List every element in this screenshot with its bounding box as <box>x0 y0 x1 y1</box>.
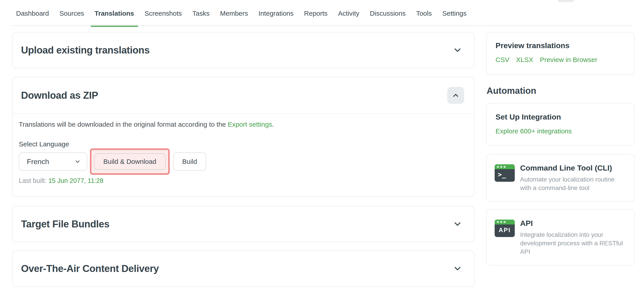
last-built-date: 15 Jun 2077, 11:28 <box>48 177 103 184</box>
right-sidebar: Preview translations CSV XLSX Preview in… <box>486 32 634 265</box>
terminal-dot <box>497 166 499 168</box>
bundles-card-title: Target File Bundles <box>21 218 110 230</box>
cli-promo-card[interactable]: >_ Command Line Tool (CLI) Automate your… <box>486 154 634 202</box>
tab-tools[interactable]: Tools <box>416 0 432 27</box>
download-card-title: Download as ZIP <box>21 90 98 101</box>
api-icon-dot <box>500 221 502 223</box>
tab-settings[interactable]: Settings <box>442 0 466 27</box>
select-language-label: Select Language <box>19 140 466 148</box>
preview-translations-card: Preview translations CSV XLSX Preview in… <box>486 32 634 75</box>
explore-integrations-link[interactable]: Explore 600+ integrations <box>496 127 572 135</box>
download-description: Translations will be downloaded in the o… <box>19 120 466 129</box>
ota-card-title: Over-The-Air Content Delivery <box>21 263 159 274</box>
api-window-icon: API <box>495 220 515 237</box>
tab-activity[interactable]: Activity <box>338 0 359 27</box>
automation-heading: Automation <box>486 86 634 96</box>
nav-bottom-divider <box>11 25 633 26</box>
tab-translations[interactable]: Translations <box>94 0 134 27</box>
ota-content-delivery-card[interactable]: Over-The-Air Content Delivery <box>12 250 474 287</box>
integration-link-row: Explore 600+ integrations <box>496 127 625 135</box>
download-card-header: Download as ZIP <box>12 77 474 114</box>
preview-in-browser-link[interactable]: Preview in Browser <box>540 56 597 64</box>
chevron-down-icon <box>452 45 462 55</box>
cli-description: Automate your localization routine with … <box>520 175 626 192</box>
main-column: Upload existing translations Download as… <box>12 32 474 287</box>
chevron-down-icon <box>452 219 462 229</box>
tab-integrations[interactable]: Integrations <box>258 0 294 27</box>
description-text: Translations will be downloaded in the o… <box>19 121 228 128</box>
cli-card-text: Command Line Tool (CLI) Automate your lo… <box>520 163 626 192</box>
last-built-status: Last built: 15 Jun 2077, 11:28 <box>19 177 466 184</box>
card-header-divider <box>12 114 474 114</box>
api-icon-dot <box>497 221 499 223</box>
csv-link[interactable]: CSV <box>496 56 510 64</box>
terminal-prompt-glyph: >_ <box>495 169 515 178</box>
tab-tasks[interactable]: Tasks <box>192 0 210 27</box>
terminal-icon: >_ <box>495 164 515 182</box>
project-nav: Dashboard Sources Translations Screensho… <box>0 0 644 27</box>
build-and-download-button[interactable]: Build & Download <box>94 153 166 170</box>
collapse-toggle-button[interactable] <box>447 87 464 104</box>
language-select[interactable]: French <box>19 152 87 171</box>
preview-translations-title: Preview translations <box>496 41 625 50</box>
translations-page: { "nav": { "items": ["Dashboard", "Sourc… <box>0 0 644 295</box>
preview-links-row: CSV XLSX Preview in Browser <box>496 56 625 64</box>
api-description: Integrate localization into your develop… <box>520 230 626 256</box>
cli-title: Command Line Tool (CLI) <box>520 163 626 173</box>
tab-members[interactable]: Members <box>220 0 248 27</box>
last-built-label: Last built: <box>19 177 46 184</box>
chevron-up-icon <box>452 91 460 99</box>
terminal-dot <box>504 166 506 168</box>
chevron-down-icon <box>452 264 462 273</box>
api-promo-card[interactable]: API API Integrate localization into your… <box>486 209 634 265</box>
export-settings-link[interactable]: Export settings <box>228 121 272 128</box>
tab-screenshots[interactable]: Screenshots <box>145 0 182 27</box>
nav-tabs: Dashboard Sources Translations Screensho… <box>16 0 466 27</box>
tab-reports[interactable]: Reports <box>304 0 328 27</box>
xlsx-link[interactable]: XLSX <box>516 56 533 64</box>
download-card-body: Translations will be downloaded in the o… <box>12 120 474 196</box>
set-up-integration-title: Set Up Integration <box>496 112 625 122</box>
terminal-icon-titlebar <box>495 164 515 169</box>
api-card-text: API Integrate localization into your dev… <box>520 219 626 256</box>
chevron-down-icon <box>74 158 81 165</box>
language-select-value: French <box>27 158 49 166</box>
api-icon-dot <box>504 221 506 223</box>
description-suffix: . <box>272 121 274 128</box>
build-controls-row: French Build & Download Build <box>19 148 466 175</box>
api-title: API <box>520 219 626 228</box>
download-as-zip-card: Download as ZIP Translations will be dow… <box>12 77 474 197</box>
cutoff-element-fragment <box>558 0 574 2</box>
tab-sources[interactable]: Sources <box>60 0 84 27</box>
terminal-dot <box>500 166 502 168</box>
annotation-highlight-box: Build & Download <box>90 148 170 175</box>
api-glyph: API <box>495 224 515 234</box>
target-file-bundles-card[interactable]: Target File Bundles <box>12 206 474 242</box>
api-icon-titlebar <box>495 220 515 224</box>
build-button[interactable]: Build <box>173 152 206 171</box>
upload-card-title: Upload existing translations <box>21 45 150 56</box>
upload-existing-translations-card[interactable]: Upload existing translations <box>12 32 474 68</box>
tab-dashboard[interactable]: Dashboard <box>16 0 49 27</box>
set-up-integration-card: Set Up Integration Explore 600+ integrat… <box>486 103 634 145</box>
tab-discussions[interactable]: Discussions <box>370 0 406 27</box>
